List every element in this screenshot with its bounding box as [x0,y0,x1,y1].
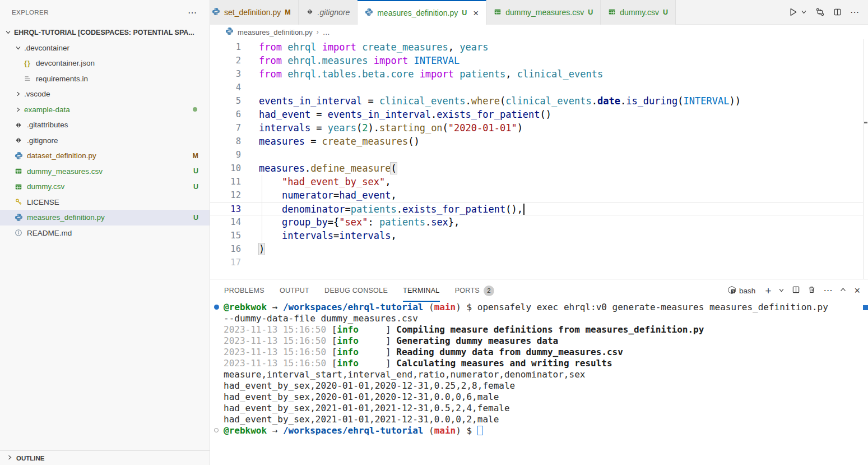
tree-item-label: dummy_measures.csv [27,167,103,176]
code-line-14[interactable]: 14 group_by={"sex": patients.sex}, [210,215,863,229]
panel-actions: $bash+⋯× [727,286,860,296]
tab-gitignore[interactable]: .gitignore [299,0,358,25]
terminal[interactable]: @rebkwok → /workspaces/ehrql-tutorial (m… [210,302,868,465]
code-token: INTERVAL [684,95,730,107]
code-token: = [305,136,322,147]
code-line-17[interactable]: 17 [210,256,863,269]
run-dropdown[interactable] [801,9,807,15]
code-token: clinical_events [517,68,604,80]
terminal-token: [ [332,335,337,346]
tab-set-definition-py[interactable]: set_definition.pyM [210,0,299,25]
breadcrumb[interactable]: measures_definition.py › … [210,25,868,39]
tree-item-requirements-in[interactable]: requirements.in [0,71,210,87]
vscode-window: EXPLORER ⋯ EHRQL-TUTORIAL [CODESPACES: P… [0,0,868,465]
chevron-down-icon [778,287,785,295]
explorer-more-actions-button[interactable]: ⋯ [188,7,197,18]
tree-item-example-data[interactable]: example-data [0,102,210,118]
kill-terminal-button[interactable] [807,286,816,296]
maximize-panel-button[interactable] [839,286,847,295]
code-line-3[interactable]: 3from ehrql.tables.beta.core import pati… [210,67,863,81]
tree-item-devcontainer-json[interactable]: {}devcontainer.json [0,56,210,71]
tree-item-gitattributes[interactable]: .gitattributes [0,117,210,133]
panel-tab-debug-console[interactable]: DEBUG CONSOLE [324,279,388,302]
code-editor[interactable]: 1from ehrql import create_measures, year… [210,39,868,279]
json-icon: {} [22,59,33,67]
terminal-profile-dropdown[interactable] [778,287,785,295]
split-terminal-button[interactable] [792,286,800,296]
csv-icon [494,8,502,17]
open-changes-button[interactable] [815,7,825,17]
explorer-title: EXPLORER [12,9,49,16]
code-token: , [385,176,391,187]
run-python-file-button[interactable] [788,7,798,17]
code-token: years [459,42,488,53]
tab-measures-definition-py[interactable]: measures_definition.pyU× [358,0,486,25]
code-line-7[interactable]: 7intervals = years(2).starting_on("2020-… [210,121,863,135]
tree-item-ehrql-tutorial-codespaces-potential-spa[interactable]: EHRQL-TUTORIAL [CODESPACES: POTENTIAL SP… [0,25,210,40]
code-token: from [259,68,282,80]
tab-dummy-measures-csv[interactable]: dummy_measures.csvU [486,0,601,25]
panel-tab-output[interactable]: OUTPUT [280,279,309,302]
code-line-16[interactable]: 16) [210,242,863,256]
code-line-5[interactable]: 5events_in_interval = clinical_events.wh… [210,94,863,108]
editor-more-actions-button[interactable]: ⋯ [850,8,859,17]
code-token: "2020-01-01" [448,122,517,133]
terminal-token: info [337,358,359,369]
code-line-15[interactable]: 15 intervals=intervals, [210,229,863,242]
code-line-1[interactable]: 1from ehrql import create_measures, year… [210,40,863,54]
tab-dummy-csv[interactable]: dummy.csvU [601,0,676,25]
code-line-9[interactable]: 9 [210,148,863,162]
tree-item-label: measures_definition.py [27,213,105,222]
overview-ruler[interactable] [863,39,868,279]
tree-item-vscode[interactable]: .vscode [0,86,210,102]
code-line-11[interactable]: 11 "had_event_by_sex", [210,175,863,188]
code-line-10[interactable]: 10measures.define_measure( [210,162,863,175]
code-token [259,204,282,215]
code-line-2[interactable]: 2from ehrql.measures import INTERVAL [210,54,863,67]
git-icon [13,121,24,129]
terminal-token: 2023-11-13 15:16:50 [224,347,332,357]
tab-label: measures_definition.py [377,8,458,17]
tree-item-dataset-definition-py[interactable]: dataset_definition.pyM [0,148,210,164]
tree-item-dummy-csv[interactable]: dummy.csvU [0,179,210,195]
code-line-12[interactable]: 12 numerator=had_event, [210,188,863,202]
code-token: () [540,109,551,120]
outline-section-header[interactable]: OUTLINE [0,450,210,465]
code-token: create_measures [362,42,448,53]
python-icon [13,213,24,222]
tree-item-measures-definition-py[interactable]: measures_definition.pyU [0,210,210,225]
code-token: ) [259,243,264,255]
panel-tab-ports[interactable]: PORTS2 [455,279,494,302]
close-panel-button[interactable]: × [854,286,860,296]
csv-icon [608,8,616,17]
tree-item-readme-md[interactable]: README.md [0,225,210,241]
breadcrumb-more[interactable]: … [323,28,330,36]
tree-item-devcontainer[interactable]: .devcontainer [0,40,210,56]
git-status-badge: U [588,8,593,16]
code-line-8[interactable]: 8measures = create_measures() [210,135,863,148]
tree-item-license[interactable]: LICENSE [0,195,210,210]
code-line-6[interactable]: 6had_event = events_in_interval.exists_f… [210,108,863,121]
ruler-marker [864,122,867,123]
code-line-4[interactable]: 4 [210,81,863,94]
close-icon[interactable]: × [473,8,479,18]
tree-item-gitignore[interactable]: .gitignore [0,133,210,149]
new-terminal-button[interactable]: + [765,286,771,296]
code-line-13[interactable]: 13 denominator=patients.exists_for_patie… [210,202,863,215]
code-token: is_during [626,95,677,107]
breadcrumb-file[interactable]: measures_definition.py [238,28,313,36]
code-token: patients [351,204,397,215]
terminal-line-4: 2023-11-13 15:16:50 [info ] Generating d… [210,335,868,347]
panel-tab-terminal[interactable]: TERMINAL [403,279,440,302]
terminal-shell-button[interactable]: $bash [727,286,755,296]
git-icon [13,136,24,144]
panel-more-actions-button[interactable]: ⋯ [823,286,832,295]
tree-item-dummy-measures-csv[interactable]: dummy_measures.csvU [0,164,210,179]
code-token: "sex" [339,217,368,228]
list-icon [22,75,33,82]
line-number: 10 [210,162,241,175]
terminal-token: ] [359,324,396,335]
code-token [356,42,362,53]
split-editor-button[interactable] [833,8,842,16]
panel-tab-problems[interactable]: PROBLEMS [224,279,264,302]
